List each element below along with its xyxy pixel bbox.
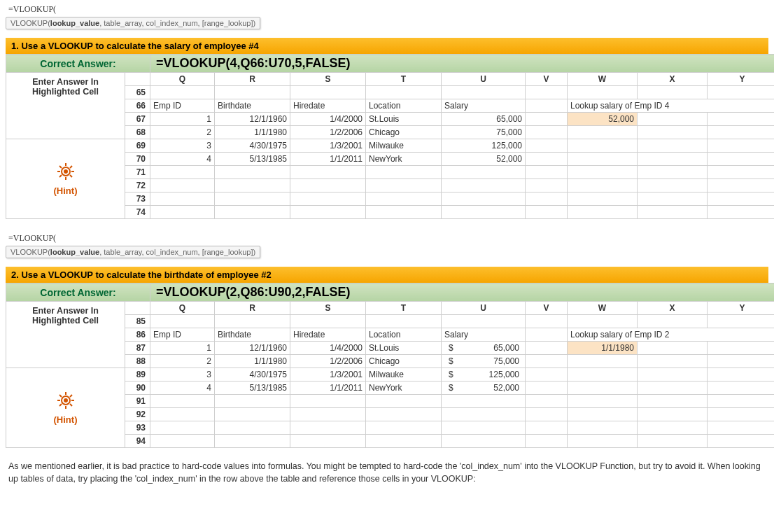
cell[interactable]: 4/30/1975 <box>215 368 290 382</box>
cell[interactable] <box>442 192 526 206</box>
cell[interactable] <box>526 86 568 99</box>
cell[interactable] <box>568 355 638 368</box>
cell[interactable] <box>708 382 775 395</box>
cell[interactable] <box>708 206 775 219</box>
cell[interactable] <box>568 166 638 179</box>
cell[interactable] <box>290 421 366 435</box>
cell[interactable]: 5/13/1985 <box>215 382 290 395</box>
cell[interactable] <box>366 192 442 206</box>
cell[interactable] <box>366 408 442 421</box>
cell[interactable]: 4 <box>150 153 215 166</box>
cell[interactable] <box>290 86 366 99</box>
cell[interactable] <box>150 395 215 408</box>
cell[interactable] <box>150 408 215 421</box>
cell[interactable] <box>215 86 290 99</box>
hdr-hire[interactable]: Hiredate <box>290 99 366 113</box>
cell[interactable] <box>442 206 526 219</box>
cell[interactable] <box>638 421 708 435</box>
lookup-label-1[interactable]: Lookup salary of Emp ID 4 <box>568 99 775 113</box>
cell[interactable] <box>708 192 775 206</box>
cell[interactable] <box>638 342 708 355</box>
cell[interactable] <box>290 408 366 421</box>
cell[interactable] <box>638 435 708 448</box>
cell[interactable] <box>638 179 708 192</box>
cell[interactable] <box>708 166 775 179</box>
cell[interactable]: 5/13/1985 <box>215 153 290 166</box>
cell[interactable] <box>568 192 638 206</box>
cell[interactable] <box>526 315 568 328</box>
cell[interactable] <box>526 113 568 126</box>
cell[interactable] <box>526 126 568 139</box>
cell[interactable] <box>442 395 526 408</box>
cell[interactable]: 1 <box>150 113 215 126</box>
cell[interactable] <box>568 421 638 435</box>
cell[interactable]: 1/1/1980 <box>215 126 290 139</box>
cell[interactable] <box>526 421 568 435</box>
cell[interactable] <box>215 192 290 206</box>
formula-input-2[interactable]: =VLOOKUP( <box>6 232 768 245</box>
hdr-birth[interactable]: Birthdate <box>215 99 290 113</box>
cell[interactable]: St.Louis <box>366 113 442 126</box>
cell[interactable] <box>526 342 568 355</box>
cell[interactable]: 1/1/2011 <box>290 382 366 395</box>
cell[interactable] <box>366 315 442 328</box>
cell[interactable] <box>290 166 366 179</box>
cell[interactable] <box>526 139 568 153</box>
cell[interactable] <box>638 408 708 421</box>
cell[interactable] <box>366 395 442 408</box>
formula-input-1[interactable]: =VLOOKUP( <box>6 3 768 16</box>
cell[interactable] <box>290 179 366 192</box>
cell[interactable] <box>366 421 442 435</box>
lookup-result-1[interactable]: 52,000 <box>568 113 638 126</box>
cell[interactable] <box>150 179 215 192</box>
cell[interactable] <box>150 192 215 206</box>
cell[interactable]: 1/2/2006 <box>290 126 366 139</box>
cell[interactable]: St.Louis <box>366 342 442 355</box>
cell[interactable] <box>568 206 638 219</box>
hint-panel-1[interactable]: (Hint) <box>6 139 125 219</box>
cell[interactable] <box>150 166 215 179</box>
cell[interactable] <box>638 86 708 99</box>
cell[interactable] <box>526 382 568 395</box>
cell[interactable]: Chicago <box>366 355 442 368</box>
cell[interactable]: 1/4/2000 <box>290 342 366 355</box>
cell[interactable] <box>150 315 215 328</box>
cell[interactable]: 2 <box>150 355 215 368</box>
cell[interactable] <box>568 139 638 153</box>
cell[interactable]: $52,000 <box>442 382 526 395</box>
cell[interactable]: 1/4/2000 <box>290 113 366 126</box>
cell[interactable] <box>568 368 638 382</box>
cell[interactable] <box>526 192 568 206</box>
cell[interactable]: 3 <box>150 368 215 382</box>
cell[interactable] <box>526 153 568 166</box>
cell[interactable]: 1/1/2011 <box>290 153 366 166</box>
cell[interactable] <box>442 315 526 328</box>
cell[interactable] <box>638 113 708 126</box>
cell[interactable] <box>150 435 215 448</box>
cell[interactable]: 1/1/1980 <box>215 355 290 368</box>
cell[interactable]: 65,000 <box>442 113 526 126</box>
cell[interactable] <box>150 86 215 99</box>
cell[interactable] <box>366 179 442 192</box>
cell[interactable] <box>638 166 708 179</box>
cell[interactable] <box>290 395 366 408</box>
cell[interactable] <box>366 166 442 179</box>
cell[interactable] <box>708 86 775 99</box>
hdr-loc[interactable]: Location <box>366 99 442 113</box>
hdr-sal[interactable]: Salary <box>442 328 526 342</box>
cell[interactable] <box>708 139 775 153</box>
cell[interactable] <box>366 86 442 99</box>
cell[interactable] <box>366 435 442 448</box>
cell[interactable] <box>568 395 638 408</box>
cell[interactable] <box>708 408 775 421</box>
cell[interactable] <box>708 421 775 435</box>
cell[interactable] <box>708 368 775 382</box>
hdr-sal[interactable]: Salary <box>442 99 526 113</box>
hdr-birth[interactable]: Birthdate <box>215 328 290 342</box>
cell[interactable] <box>442 408 526 421</box>
cell[interactable] <box>708 315 775 328</box>
cell[interactable]: 75,000 <box>442 126 526 139</box>
cell[interactable] <box>638 206 708 219</box>
cell[interactable] <box>526 368 568 382</box>
cell[interactable]: 4 <box>150 382 215 395</box>
